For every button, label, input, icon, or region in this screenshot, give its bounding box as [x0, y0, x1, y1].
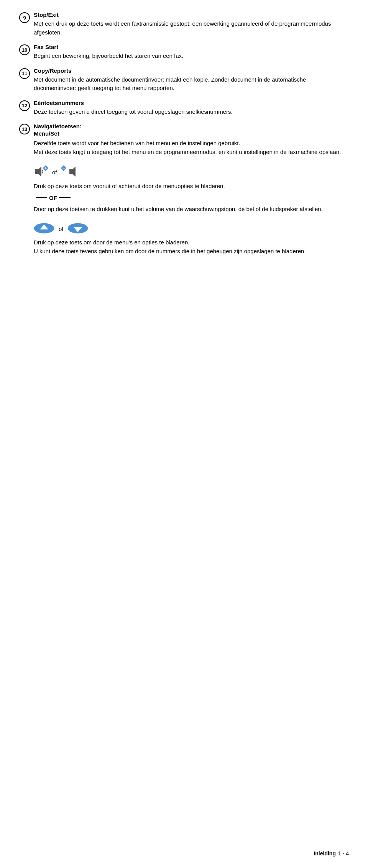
svg-marker-0	[35, 167, 41, 177]
section-11: 11 Copy/Reports Met document in de autom…	[19, 67, 349, 93]
arrow-down-icon	[67, 223, 89, 235]
icon-block-2: of Druk op deze toets om door de menu's …	[34, 223, 349, 255]
nav-desc-3: Druk op deze toets om door de menu's en …	[34, 238, 349, 255]
section-body-12: Deze toetsen geven u direct toegang tot …	[34, 108, 349, 116]
section-title-12: Eéntoetsnummers	[34, 100, 349, 106]
nav-content-13: Navigatietoetsen: Menu/Set Dezelfde toet…	[34, 123, 349, 259]
icon-block-1: of	[34, 165, 349, 213]
section-content-11: Copy/Reports Met document in de automati…	[34, 67, 349, 93]
nav-desc-2: Door op deze toetsen te drukken kunt u h…	[34, 205, 349, 214]
nav-body-1: Dezelfde toets wordt voor het bedienen v…	[34, 139, 349, 156]
nav-desc-1: Druk op deze toets om vooruit of achteru…	[34, 182, 349, 191]
page-footer: Inleiding 1 - 4	[314, 850, 349, 857]
section-number-10: 10	[19, 44, 30, 55]
section-number-11: 11	[19, 68, 30, 79]
icon-row-2: of	[34, 223, 349, 235]
section-content-10: Fax Start Begint een bewerking, bijvoorb…	[34, 44, 349, 61]
footer-page: 1 - 4	[338, 850, 349, 857]
nav-subtitle-13: Menu/Set	[34, 130, 349, 137]
nav-para-1: Dezelfde toets wordt voor het bedienen v…	[34, 139, 349, 148]
of-divider: OF	[34, 195, 349, 201]
section-10: 10 Fax Start Begint een bewerking, bijvo…	[19, 44, 349, 61]
footer-label: Inleiding	[314, 850, 336, 857]
of-text-2: of	[59, 226, 64, 232]
section-number-13: 13	[19, 124, 30, 134]
svg-marker-5	[69, 167, 76, 177]
section-9: 9 Stop/Exit Met een druk op deze toets w…	[19, 11, 349, 37]
section-body-10: Begint een bewerking, bijvoorbeeld het s…	[34, 52, 349, 61]
section-title-9: Stop/Exit	[34, 11, 349, 18]
nav-para-2: Met deze toets krijgt u toegang tot het …	[34, 148, 349, 157]
speaker-left-icon	[34, 165, 48, 179]
section-title-11: Copy/Reports	[34, 67, 349, 74]
section-number-9: 9	[19, 12, 30, 23]
section-content-9: Stop/Exit Met een druk op deze toets wor…	[34, 11, 349, 37]
section-body-9: Met een druk op deze toets wordt een fax…	[34, 20, 349, 37]
section-number-12: 12	[19, 100, 30, 111]
section-13: 13 Navigatietoetsen: Menu/Set Dezelfde t…	[19, 123, 349, 259]
section-title-10: Fax Start	[34, 44, 349, 50]
section-body-11: Met document in de automatische document…	[34, 75, 349, 93]
arrow-up-icon	[34, 223, 55, 235]
speaker-right-icon	[61, 165, 76, 179]
icon-row-1: of	[34, 165, 349, 179]
section-content-12: Eéntoetsnummers Deze toetsen geven u dir…	[34, 100, 349, 116]
nav-title-13: Navigatietoetsen:	[34, 123, 349, 129]
of-text-1: of	[52, 169, 57, 175]
section-12: 12 Eéntoetsnummers Deze toetsen geven u …	[19, 100, 349, 116]
